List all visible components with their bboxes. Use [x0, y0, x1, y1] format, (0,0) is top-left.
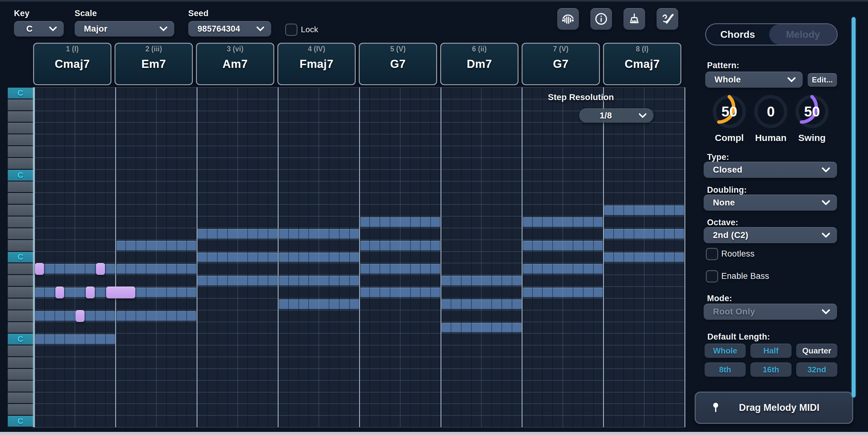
- key-cell[interactable]: [8, 287, 33, 298]
- chord-card[interactable]: 6 (ii)Dm7: [440, 43, 519, 85]
- melody-note[interactable]: [86, 287, 95, 298]
- mode-select[interactable]: Root Only: [704, 303, 837, 320]
- scale-select[interactable]: Major: [74, 21, 174, 36]
- knob-human[interactable]: 0: [748, 88, 794, 135]
- pattern-value: Whole: [705, 75, 741, 85]
- strum-button[interactable]: [557, 8, 579, 30]
- key-cell[interactable]: [8, 381, 33, 392]
- svg-text:50: 50: [804, 104, 820, 120]
- melody-note[interactable]: [55, 287, 64, 298]
- key-cell[interactable]: [8, 205, 33, 215]
- key-cell[interactable]: [8, 99, 33, 110]
- clean-button[interactable]: [623, 8, 645, 30]
- key-cell-c[interactable]: C: [8, 252, 33, 263]
- key-cell[interactable]: [8, 345, 33, 356]
- key-cell[interactable]: [8, 123, 33, 134]
- key-cell[interactable]: [8, 369, 33, 380]
- drag-melody-midi-button[interactable]: Drag Melody MIDI: [695, 392, 853, 424]
- key-cell[interactable]: [8, 135, 33, 145]
- note-grid[interactable]: [34, 87, 685, 427]
- lock-checkbox[interactable]: [285, 24, 298, 36]
- pattern-select[interactable]: Whole: [705, 71, 803, 88]
- grid-column-line: [227, 87, 228, 427]
- melody-note[interactable]: [106, 287, 135, 298]
- key-cell[interactable]: [8, 404, 33, 415]
- chord-card[interactable]: 5 (V)G7: [359, 43, 437, 85]
- key-cell-c[interactable]: C: [8, 170, 33, 181]
- key-cell-c[interactable]: C: [8, 334, 33, 345]
- chord-name: Cmaj7: [625, 58, 660, 70]
- octave-select[interactable]: 2nd (C2): [704, 227, 837, 243]
- key-cell[interactable]: [8, 146, 33, 157]
- grid-column-line: [583, 87, 584, 427]
- knob-compl[interactable]: 50: [706, 88, 752, 135]
- chord-slot-number: 4 (IV): [308, 45, 325, 53]
- chord-card[interactable]: 7 (V)G7: [522, 43, 600, 85]
- grid-bar-line: [196, 87, 197, 427]
- chord-name: G7: [553, 58, 568, 70]
- key-cell[interactable]: [8, 263, 33, 274]
- info-button[interactable]: [590, 8, 612, 30]
- key-cell[interactable]: [8, 181, 33, 193]
- key-cell[interactable]: [8, 111, 33, 122]
- key-cell[interactable]: [8, 158, 33, 169]
- key-cell[interactable]: [8, 393, 33, 403]
- doubling-select[interactable]: None: [704, 195, 837, 211]
- length-option-quarter[interactable]: Quarter: [796, 344, 837, 358]
- melody-note[interactable]: [35, 263, 44, 275]
- tab-melody[interactable]: Melody: [769, 24, 837, 45]
- length-option-whole[interactable]: Whole: [705, 344, 746, 358]
- knob-swing[interactable]: 50: [789, 88, 835, 135]
- view-tabs: Chords Melody: [705, 23, 838, 46]
- key-cell[interactable]: [8, 299, 33, 310]
- key-cell[interactable]: [8, 228, 33, 239]
- key-cell-c[interactable]: C: [8, 88, 33, 98]
- key-cell[interactable]: [8, 193, 33, 204]
- chord-card[interactable]: 1 (I)Cmaj7: [33, 43, 112, 85]
- grid-column-line: [664, 87, 664, 427]
- grid-column-line: [562, 87, 563, 427]
- scale-label: Scale: [74, 9, 97, 18]
- panel-scrollbar[interactable]: [851, 17, 856, 398]
- key-cell[interactable]: [8, 216, 33, 227]
- key-cell[interactable]: [8, 275, 33, 286]
- type-value: Closed: [704, 165, 742, 175]
- melody-note[interactable]: [75, 310, 85, 322]
- chord-slot-number: 6 (ii): [472, 45, 487, 53]
- key-cell[interactable]: [8, 311, 33, 321]
- key-cell[interactable]: [8, 240, 33, 251]
- key-cell-c[interactable]: C: [8, 416, 33, 427]
- step-resolution-select[interactable]: 1/8: [579, 109, 653, 123]
- length-option-16th[interactable]: 16th: [750, 362, 792, 377]
- key-cell[interactable]: [8, 322, 33, 333]
- chord-slot-number: 8 (I): [636, 45, 649, 53]
- key-column[interactable]: CCCCC: [8, 87, 33, 427]
- chord-name: Em7: [142, 58, 166, 70]
- key-cell[interactable]: [8, 357, 33, 368]
- pattern-edit-button[interactable]: Edit...: [808, 73, 837, 87]
- enable-bass-checkbox[interactable]: [706, 270, 718, 283]
- key-select[interactable]: C: [14, 21, 64, 36]
- key-value: C: [14, 24, 33, 34]
- chord-card[interactable]: 4 (IV)Fmaj7: [277, 43, 356, 85]
- seed-value: 985764304: [188, 24, 240, 34]
- tab-chords[interactable]: Chords: [706, 29, 769, 40]
- seed-select[interactable]: 985764304: [188, 21, 271, 36]
- grid-bar-line: [34, 87, 35, 427]
- grid-column-line: [177, 87, 177, 427]
- rootless-label: Rootless: [721, 249, 754, 259]
- doubling-label: Doubling:: [707, 185, 747, 195]
- info-icon: [594, 12, 608, 26]
- chord-card[interactable]: 2 (iii)Em7: [115, 43, 193, 85]
- length-option-half[interactable]: Half: [750, 344, 792, 358]
- grid-bar-line: [684, 87, 685, 427]
- melody-note[interactable]: [96, 263, 105, 275]
- scribble-button[interactable]: [657, 8, 678, 30]
- length-option-32nd[interactable]: 32nd: [796, 362, 837, 377]
- rootless-checkbox[interactable]: [706, 248, 718, 260]
- type-select[interactable]: Closed: [704, 162, 837, 178]
- chord-card[interactable]: 3 (vi)Am7: [196, 43, 274, 85]
- octave-label: Octave:: [707, 218, 738, 227]
- length-option-8th[interactable]: 8th: [705, 362, 746, 377]
- chord-card[interactable]: 8 (I)Cmaj7: [603, 43, 681, 85]
